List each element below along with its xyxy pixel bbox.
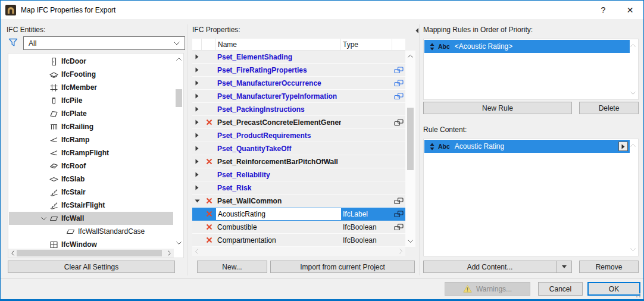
- new-rule-button[interactable]: New Rule: [423, 102, 572, 114]
- tree-item-ifcstair[interactable]: IfcStair: [9, 186, 173, 199]
- expand-icon[interactable]: [192, 185, 202, 190]
- expand-icon[interactable]: [192, 54, 202, 59]
- expand-icon[interactable]: [192, 120, 202, 125]
- tree-item-label: IfcStair: [61, 188, 86, 196]
- property-row-pset_precastconcreteelementgeneral[interactable]: Pset_PrecastConcreteElementGeneral: [192, 116, 405, 129]
- filter-icon[interactable]: [8, 38, 18, 47]
- expand-icon[interactable]: [192, 67, 202, 73]
- tree-item-label: IfcWall: [61, 214, 84, 222]
- import-from-project-button[interactable]: Import from current Project: [270, 261, 415, 273]
- expand-icon[interactable]: [192, 146, 202, 151]
- entity-tree-vscrollbar[interactable]: [174, 54, 183, 249]
- scroll-up-icon[interactable]: [174, 55, 183, 64]
- roof-icon: [48, 161, 60, 171]
- collapse-panel-icon[interactable]: [415, 28, 418, 33]
- properties-hscrollbar[interactable]: [192, 247, 405, 256]
- entity-tree-hscrollbar[interactable]: [8, 249, 174, 258]
- expand-icon[interactable]: [192, 93, 202, 99]
- warnings-button[interactable]: Warnings...: [445, 282, 530, 296]
- clear-all-settings-button[interactable]: Clear All Settings: [8, 261, 175, 273]
- mapping-rule-row[interactable]: Abc<Acoustic Rating>: [424, 40, 630, 53]
- property-row-compartmentation[interactable]: CompartmentationIfcBoolean: [192, 234, 405, 247]
- properties-vscrollbar[interactable]: [405, 51, 415, 247]
- tree-item-ifcstairflight[interactable]: IfcStairFlight: [9, 199, 173, 212]
- tree-item-ifcramp[interactable]: IfcRamp: [9, 133, 173, 146]
- property-row-pset_risk[interactable]: Pset_Risk: [192, 181, 405, 195]
- tree-item-ifcfooting[interactable]: IfcFooting: [9, 68, 173, 81]
- property-row-acousticrating[interactable]: AcousticRatingIfcLabel: [192, 208, 405, 221]
- help-button[interactable]: ?: [590, 1, 617, 19]
- link-icon: [392, 211, 405, 218]
- column-header-name[interactable]: Name: [216, 39, 341, 50]
- column-header-type[interactable]: Type: [341, 39, 392, 50]
- resize-grip[interactable]: [635, 292, 641, 298]
- tree-item-ifcwall[interactable]: IfcWall: [9, 212, 173, 225]
- tree-item-label: IfcWallStandardCase: [78, 227, 145, 236]
- tree-item-ifcrampflight[interactable]: IfcRampFlight: [9, 146, 173, 159]
- reorder-icon[interactable]: [430, 43, 434, 51]
- property-row-pset_productrequirements[interactable]: Pset_ProductRequirements: [192, 129, 405, 142]
- tree-item-ifcwallstandardcase[interactable]: IfcWallStandardCase: [9, 225, 173, 238]
- tree-item-ifcmember[interactable]: IfcMember: [9, 81, 173, 94]
- tree-item-label: IfcDoor: [61, 57, 86, 65]
- property-row-pset_elementshading[interactable]: Pset_ElementShading: [192, 51, 405, 64]
- scrollbar-thumb[interactable]: [407, 108, 414, 170]
- property-row-pset_manufacturertypeinformation[interactable]: Pset_ManufacturerTypeInformation: [192, 90, 405, 103]
- property-row-pset_packinginstructions[interactable]: Pset_PackingInstructions: [192, 103, 405, 116]
- tree-item-ifcrailing[interactable]: IfcRailing: [9, 120, 173, 133]
- collapse-icon[interactable]: [192, 199, 202, 203]
- delete-rule-button[interactable]: Delete: [579, 102, 639, 114]
- add-content-button[interactable]: Add Content...: [423, 261, 557, 273]
- rule-content-row[interactable]: AbcAcoustic Rating: [424, 140, 630, 153]
- string-type-icon: Abc: [438, 143, 450, 150]
- tree-item-ifcdoor[interactable]: IfcDoor: [9, 55, 173, 68]
- property-name-edit-input[interactable]: AcousticRating: [216, 208, 341, 220]
- properties-table: Pset_ElementShadingPset_FireRatingProper…: [192, 51, 405, 247]
- property-row-pset_reinforcementbarpitchofwall[interactable]: Pset_ReinforcementBarPitchOfWall: [192, 155, 405, 168]
- property-name: Pset_PrecastConcreteElementGeneral: [216, 118, 341, 127]
- add-content-dropdown-button[interactable]: [557, 261, 572, 273]
- scrollbar-thumb[interactable]: [17, 250, 162, 256]
- property-name: Compartmentation: [216, 236, 341, 244]
- tree-item-ifcslab[interactable]: IfcSlab: [9, 173, 173, 186]
- panel-divider: [187, 24, 188, 275]
- scroll-left-icon[interactable]: [8, 249, 17, 258]
- property-row-pset_wallcommon[interactable]: Pset_WallCommon: [192, 195, 405, 208]
- scroll-left-icon: [192, 247, 201, 256]
- slab-icon: [48, 174, 60, 184]
- scroll-down-icon[interactable]: [406, 237, 415, 246]
- remove-content-button[interactable]: Remove: [579, 261, 639, 273]
- entity-filter-select[interactable]: All: [23, 36, 185, 50]
- expand-icon[interactable]: [192, 80, 202, 86]
- tree-item-ifcwindow[interactable]: IfcWindow: [9, 238, 173, 248]
- scroll-down-icon[interactable]: [174, 239, 183, 247]
- property-row-pset_manufactureroccurrence[interactable]: Pset_ManufacturerOccurrence: [192, 77, 405, 90]
- property-row-combustible[interactable]: CombustibleIfcBoolean: [192, 221, 405, 234]
- entity-tree-listbox: IfcDoorIfcFootingIfcMemberIfcPileIfcPlat…: [8, 53, 184, 258]
- expand-rule-item-button[interactable]: [618, 142, 628, 151]
- entity-tree: IfcDoorIfcFootingIfcMemberIfcPileIfcPlat…: [9, 55, 173, 248]
- property-row-pset_quantitytakeoff[interactable]: Pset_QuantityTakeOff: [192, 142, 405, 155]
- link-icon: [392, 224, 405, 231]
- chevron-down-icon[interactable]: [39, 217, 48, 220]
- scrollbar-thumb[interactable]: [176, 89, 182, 107]
- excluded-x-icon: [202, 211, 216, 217]
- expand-icon[interactable]: [192, 133, 202, 138]
- tree-item-ifcroof[interactable]: IfcRoof: [9, 159, 173, 173]
- cancel-button[interactable]: Cancel: [538, 282, 583, 296]
- new-property-button[interactable]: New...: [197, 261, 267, 273]
- expand-icon[interactable]: [192, 106, 202, 112]
- reorder-icon[interactable]: [430, 143, 434, 150]
- scroll-right-icon[interactable]: [165, 249, 174, 258]
- ok-button[interactable]: OK: [587, 282, 640, 296]
- tree-item-ifcplate[interactable]: IfcPlate: [9, 107, 173, 120]
- expand-icon[interactable]: [192, 159, 202, 164]
- property-row-pset_fireratingproperties[interactable]: Pset_FireRatingProperties: [192, 64, 405, 77]
- scroll-up-icon[interactable]: [406, 52, 415, 61]
- expand-icon[interactable]: [192, 172, 202, 177]
- wall-icon: [48, 214, 60, 224]
- tree-item-ifcpile[interactable]: IfcPile: [9, 94, 173, 107]
- tree-item-label: IfcRailing: [61, 123, 93, 131]
- close-button[interactable]: ✕: [617, 1, 643, 19]
- property-row-pset_reliability[interactable]: Pset_Reliability: [192, 168, 405, 181]
